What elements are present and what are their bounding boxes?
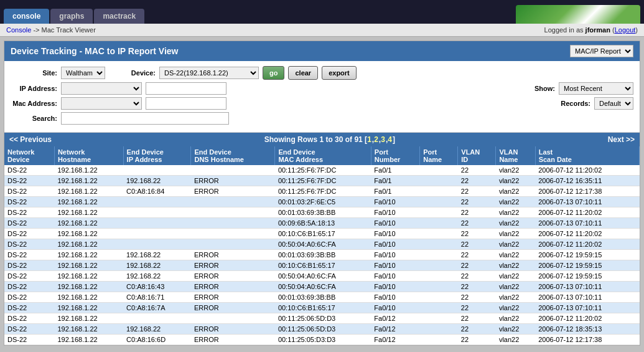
- table-cell: 2006-07-13 07:10:11: [535, 218, 639, 229]
- table-cell: 192.168.1.22: [54, 218, 123, 229]
- table-cell: [123, 197, 191, 207]
- table-cell: vlan22: [496, 260, 535, 271]
- table-cell: vlan22: [496, 282, 535, 292]
- table-cell: 22: [458, 313, 496, 324]
- table-cell: Fa0/10: [371, 282, 419, 292]
- page-2-link[interactable]: 2: [374, 135, 378, 144]
- form-area: Site: Waltham Device: DS-22(192.168.1.22…: [4, 61, 640, 133]
- table-cell: 192.168.1.22: [54, 282, 123, 292]
- panel-header: Device Tracking - MAC to IP Report View …: [4, 41, 640, 61]
- table-cell: vlan22: [496, 324, 535, 335]
- table-cell: 2006-07-12 11:20:02: [535, 229, 639, 239]
- table-cell: 22: [458, 186, 496, 197]
- table-cell: DS-22: [4, 197, 54, 207]
- table-cell: 00:11:25:06:5D:D3: [275, 324, 371, 335]
- col-network-hostname: NetworkHostname: [54, 146, 123, 165]
- table-cell: 192.168.1.22: [54, 186, 123, 197]
- table-cell: DS-22: [4, 324, 54, 335]
- table-row: DS-22192.168.1.2200:11:25:06:5D:D3Fa0/12…: [4, 313, 640, 324]
- table-body: DS-22192.168.1.2200:11:25:F6:7F:DCFa0/12…: [4, 165, 640, 345]
- table-cell: [123, 239, 191, 250]
- page-info-text: Showing Rows 1 to 30 of 91 [: [264, 135, 367, 144]
- form-row-search: Search:: [11, 112, 633, 125]
- table-row: DS-22192.168.1.2200:09:6B:5A:18:13Fa0/10…: [4, 218, 640, 229]
- table-cell: 00:50:04:A0:6C:FA: [275, 271, 371, 282]
- ip-select[interactable]: [61, 82, 142, 95]
- page-4-link[interactable]: 4: [388, 135, 392, 144]
- table-nav-row: << Previous Showing Rows 1 to 30 of 91 […: [4, 133, 640, 146]
- table-cell: vlan22: [496, 239, 535, 250]
- table-cell: Fa0/12: [371, 313, 419, 324]
- mac-input[interactable]: [146, 97, 226, 110]
- show-select[interactable]: Most Recent All: [559, 82, 633, 95]
- col-end-device-ip: End DeviceIP Address: [123, 146, 191, 165]
- data-table: NetworkDevice NetworkHostname End Device…: [4, 146, 640, 345]
- col-last-scan: LastScan Date: [535, 146, 639, 165]
- table-cell: 00:01:03:69:3B:BB: [275, 207, 371, 218]
- table-cell: [420, 165, 458, 176]
- table-cell: [191, 207, 275, 218]
- records-select[interactable]: Default 102050100: [594, 97, 633, 110]
- mac-label: Mac Address:: [11, 100, 57, 107]
- table-cell: ERROR: [191, 186, 275, 197]
- prev-link[interactable]: << Previous: [9, 135, 52, 144]
- next-link[interactable]: Next >>: [608, 135, 635, 144]
- table-cell: 00:11:25:06:5D:D3: [275, 313, 371, 324]
- table-cell: 192.168.1.22: [54, 292, 123, 303]
- breadcrumb-separator: ->: [33, 26, 41, 34]
- nav-tab-graphs[interactable]: graphs: [50, 9, 93, 24]
- table-cell: 2006-07-13 07:10:11: [535, 303, 639, 313]
- table-cell: 192.168.1.22: [54, 324, 123, 335]
- go-button[interactable]: go: [263, 66, 284, 80]
- form-row-ip: IP Address: Show: Most Recent All: [11, 82, 633, 95]
- page-1-link[interactable]: 1: [367, 135, 371, 144]
- table-cell: ERROR: [191, 176, 275, 186]
- table-cell: vlan22: [496, 335, 535, 345]
- table-row: DS-22192.168.1.22C0:A8:16:84ERROR00:11:2…: [4, 186, 640, 197]
- table-cell: [123, 207, 191, 218]
- table-cell: 192.168.1.22: [54, 176, 123, 186]
- table-cell: DS-22: [4, 239, 54, 250]
- logout-link[interactable]: Logout: [615, 26, 636, 34]
- breadcrumb-console-link[interactable]: Console: [6, 26, 31, 34]
- table-cell: 2006-07-12 19:59:15: [535, 250, 639, 260]
- table-cell: 22: [458, 176, 496, 186]
- table-cell: 00:01:03:2F:6E:C5: [275, 197, 371, 207]
- main-content: Device Tracking - MAC to IP Report View …: [4, 40, 640, 346]
- table-cell: DS-22: [4, 271, 54, 282]
- table-row: DS-22192.168.1.22192.168.22ERROR00:11:25…: [4, 324, 640, 335]
- device-select[interactable]: DS-22(192.168.1.22): [159, 67, 259, 79]
- table-cell: 192.168.1.22: [54, 165, 123, 176]
- table-cell: [191, 165, 275, 176]
- table-cell: [123, 218, 191, 229]
- show-label: Show:: [508, 85, 555, 92]
- table-cell: ERROR: [191, 271, 275, 282]
- table-cell: 22: [458, 271, 496, 282]
- table-row: DS-22192.168.1.2200:10:C6:B1:65:17Fa0/10…: [4, 229, 640, 239]
- table-section: << Previous Showing Rows 1 to 30 of 91 […: [4, 133, 640, 345]
- table-cell: 2006-07-12 12:17:38: [535, 186, 639, 197]
- table-row: DS-22192.168.1.2200:01:03:2F:6E:C5Fa0/10…: [4, 197, 640, 207]
- nav-tab-console[interactable]: console: [4, 9, 49, 24]
- breadcrumb: Console -> Mac Track Viewer: [6, 26, 96, 34]
- clear-button[interactable]: clear: [288, 66, 318, 80]
- search-input[interactable]: [61, 112, 229, 125]
- col-end-device-mac: End DeviceMAC Address: [275, 146, 371, 165]
- nav-tab-mactrack[interactable]: mactrack: [94, 9, 144, 24]
- table-cell: 00:10:C6:B1:65:17: [275, 229, 371, 239]
- ip-input[interactable]: [146, 82, 226, 95]
- export-button[interactable]: export: [322, 66, 357, 80]
- table-cell: DS-22: [4, 176, 54, 186]
- table-cell: 2006-07-12 19:59:15: [535, 260, 639, 271]
- table-cell: 00:11:25:F6:7F:DC: [275, 176, 371, 186]
- table-cell: DS-22: [4, 165, 54, 176]
- site-select[interactable]: Waltham: [61, 67, 105, 79]
- table-cell: C0:A8:16:84: [123, 186, 191, 197]
- ip-label: IP Address:: [11, 85, 57, 92]
- table-cell: Fa0/10: [371, 271, 419, 282]
- page-3-link[interactable]: 3: [381, 135, 385, 144]
- table-cell: [420, 282, 458, 292]
- table-row: DS-22192.168.1.22192.168.22ERROR00:01:03…: [4, 250, 640, 260]
- mac-select[interactable]: [61, 97, 142, 110]
- report-type-select[interactable]: MAC/IP Report: [570, 45, 633, 57]
